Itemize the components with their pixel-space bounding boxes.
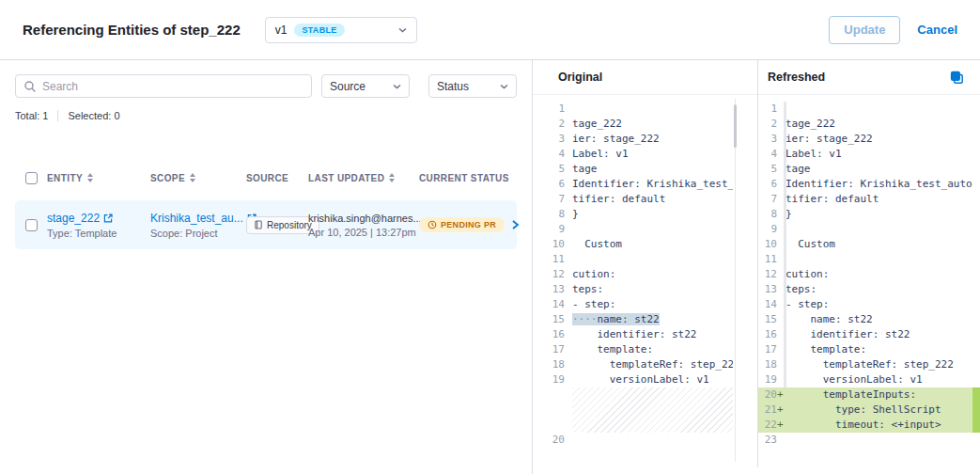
diff-plus-marker <box>565 222 572 237</box>
header: Referencing Entities of step_222 v1 STAB… <box>0 0 980 60</box>
repository-icon <box>254 220 263 229</box>
diff-plus-marker <box>565 192 572 207</box>
line-number: 9 <box>533 222 565 237</box>
diff-plus-marker <box>565 147 572 162</box>
diff-plus-marker <box>565 132 572 147</box>
diff-plus-marker <box>565 267 572 282</box>
code-text: Identifier: Krishika_test_auto <box>786 177 972 192</box>
search-input[interactable] <box>42 80 303 93</box>
status-filter-dropdown[interactable]: Status <box>428 74 517 98</box>
code-text: Custom <box>572 237 733 252</box>
cancel-button[interactable]: Cancel <box>917 23 957 37</box>
code-line: 14- step: <box>533 297 733 312</box>
code-text: ier: stage_222 <box>572 132 733 147</box>
sort-icon <box>190 173 195 182</box>
line-number: 20 <box>758 387 777 403</box>
page-title: Referencing Entities of step_222 <box>23 22 241 38</box>
diff-plus-marker <box>565 327 572 342</box>
entity-link[interactable]: stage_222 <box>47 212 100 225</box>
version-selector[interactable]: v1 STABLE <box>265 17 417 43</box>
refreshed-pane-title: Refreshed <box>768 71 825 84</box>
code-text <box>786 102 972 117</box>
chevron-right-icon[interactable] <box>505 218 525 231</box>
original-code-editor[interactable]: 12tage_2223ier: stage_2224Label: v15tage… <box>533 95 757 467</box>
diff-plus-marker <box>565 297 572 312</box>
source-badge-label: Repository <box>267 220 312 230</box>
code-line: 15 name: st22 <box>758 312 972 327</box>
code-line: 12cution: <box>758 267 972 282</box>
total-count: Total: 1 <box>15 110 48 121</box>
diff-plus-marker <box>565 342 572 357</box>
overview-ruler <box>972 95 980 467</box>
line-number: 3 <box>533 132 565 147</box>
line-number: 17 <box>758 342 777 357</box>
line-number: 11 <box>758 252 777 267</box>
status-badge-label: PENDING PR <box>441 220 496 229</box>
update-button[interactable]: Update <box>829 16 900 44</box>
status-cell: PENDING PR <box>419 216 505 233</box>
line-number: 12 <box>758 267 777 282</box>
code-text: type: ShellScript <box>786 403 972 418</box>
code-line: 10 Custom <box>758 237 972 252</box>
code-line: 16 identifier: st22 <box>533 327 733 342</box>
code-line: 6Identifier: Krishika_test_auto <box>533 177 733 192</box>
code-text: - step: <box>786 297 972 312</box>
scope-link[interactable]: Krishika_test_au... <box>150 212 243 225</box>
line-number: 1 <box>758 102 777 117</box>
code-line: 19 versionLabel: v1 <box>758 372 972 387</box>
scrollbar-thumb[interactable] <box>734 104 737 148</box>
line-number: 11 <box>533 252 565 267</box>
code-line: 5tage <box>533 162 733 177</box>
table-row[interactable]: stage_222 Type: Template Krishika_test_a… <box>15 200 517 249</box>
column-scope[interactable]: SCOPE <box>150 173 246 183</box>
version-value: v1 <box>275 24 288 37</box>
code-line: 2tage_222 <box>533 117 733 132</box>
column-entity[interactable]: ENTITY <box>47 173 150 183</box>
code-text <box>572 102 733 117</box>
diff-plus-marker <box>565 372 572 387</box>
row-checkbox[interactable] <box>25 219 38 231</box>
scrollbar-track <box>735 99 736 462</box>
code-line: 15····name: st22 <box>533 312 733 327</box>
code-text: ····name: st22 <box>572 312 733 327</box>
line-number: 6 <box>533 177 565 192</box>
indent-guide <box>784 102 786 387</box>
code-text: templateInputs: <box>786 387 972 403</box>
code-text: } <box>786 207 972 222</box>
search-box[interactable] <box>15 74 312 98</box>
line-number: 4 <box>533 147 565 162</box>
diff-plus-marker <box>565 207 572 222</box>
entity-cell: stage_222 Type: Template <box>47 212 150 239</box>
column-last-updated[interactable]: LAST UPDATED <box>308 173 419 183</box>
code-text: templateRef: step_222 <box>786 357 972 372</box>
code-text: identifier: st22 <box>786 327 972 342</box>
refreshed-code-editor[interactable]: 12tage_2223ier: stage_2224Label: v15tage… <box>758 95 980 467</box>
diff-plus-marker <box>777 433 786 448</box>
diff-plus-marker <box>565 162 572 177</box>
line-number: 12 <box>533 267 565 282</box>
copy-button[interactable] <box>950 71 964 85</box>
line-number: 15 <box>758 312 777 327</box>
code-line: 5tage <box>758 162 972 177</box>
select-all-checkbox[interactable] <box>25 172 38 184</box>
diff-plus-marker <box>565 433 572 448</box>
code-line: 6Identifier: Krishika_test_auto <box>758 177 972 192</box>
code-line: 18 templateRef: step_222 <box>758 357 972 372</box>
line-number: 8 <box>533 207 565 222</box>
source-filter-dropdown[interactable]: Source <box>321 74 410 98</box>
line-number: 18 <box>533 357 565 372</box>
line-number: 5 <box>533 162 565 177</box>
diff-added-marker <box>972 387 980 433</box>
entities-list-panel: Source Status Total: 1 S <box>0 60 532 474</box>
code-text: versionLabel: v1 <box>786 372 972 387</box>
external-link-icon[interactable] <box>103 213 113 223</box>
table-header: ENTITY SCOPE SOURCE LAST UPDATED CURRENT… <box>15 170 517 185</box>
line-number: 14 <box>758 297 777 312</box>
code-line: 8} <box>758 207 972 222</box>
selected-count: Selected: 0 <box>68 110 119 121</box>
code-line: 18 templateRef: step_222 <box>533 357 733 372</box>
diff-plus-marker <box>565 282 572 297</box>
line-number: 22 <box>758 418 777 433</box>
code-line: 1 <box>758 102 972 117</box>
line-number: 23 <box>758 433 777 448</box>
